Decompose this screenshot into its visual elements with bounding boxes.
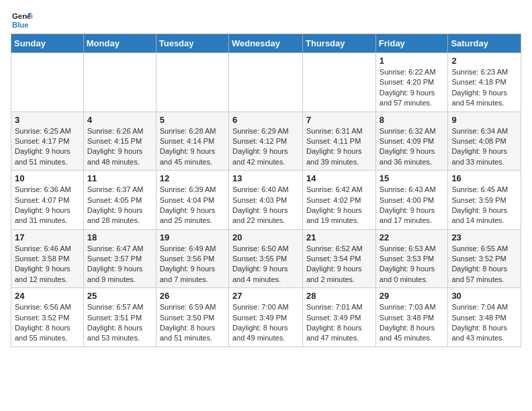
calendar-cell [303,53,376,112]
calendar-cell: 26Sunrise: 6:59 AM Sunset: 3:50 PM Dayli… [156,288,228,347]
day-number: 23 [451,232,517,242]
day-info: Sunrise: 6:29 AM Sunset: 4:12 PM Dayligh… [232,126,299,168]
day-info: Sunrise: 6:37 AM Sunset: 4:05 PM Dayligh… [87,185,152,226]
day-number: 7 [306,115,372,125]
calendar-cell: 10Sunrise: 6:36 AM Sunset: 4:07 PM Dayli… [11,171,84,230]
calendar-cell: 30Sunrise: 7:04 AM Sunset: 3:48 PM Dayli… [448,288,521,347]
calendar-header-saturday: Saturday [448,34,521,53]
day-info: Sunrise: 7:00 AM Sunset: 3:49 PM Dayligh… [232,302,299,344]
day-number: 20 [232,232,299,242]
day-info: Sunrise: 6:55 AM Sunset: 3:52 PM Dayligh… [451,244,517,285]
day-info: Sunrise: 6:52 AM Sunset: 3:54 PM Dayligh… [306,244,372,285]
calendar-header-thursday: Thursday [303,34,376,53]
day-number: 29 [380,291,445,301]
calendar-cell: 14Sunrise: 6:42 AM Sunset: 4:02 PM Dayli… [303,171,376,230]
day-info: Sunrise: 6:56 AM Sunset: 3:52 PM Dayligh… [15,302,80,344]
calendar-cell: 1Sunrise: 6:22 AM Sunset: 4:20 PM Daylig… [375,53,448,112]
calendar-cell [156,53,228,112]
day-info: Sunrise: 7:01 AM Sunset: 3:49 PM Dayligh… [306,302,372,344]
day-info: Sunrise: 6:59 AM Sunset: 3:50 PM Dayligh… [160,302,225,344]
calendar-header-tuesday: Tuesday [156,34,228,53]
calendar-cell: 12Sunrise: 6:39 AM Sunset: 4:04 PM Dayli… [156,171,228,230]
day-number: 17 [15,232,80,242]
day-info: Sunrise: 6:43 AM Sunset: 4:00 PM Dayligh… [380,185,445,226]
calendar-cell: 16Sunrise: 6:45 AM Sunset: 3:59 PM Dayli… [448,171,521,230]
calendar-cell: 5Sunrise: 6:28 AM Sunset: 4:14 PM Daylig… [156,111,228,171]
day-number: 14 [306,173,372,183]
calendar-cell: 29Sunrise: 7:03 AM Sunset: 3:48 PM Dayli… [375,288,448,347]
day-info: Sunrise: 6:45 AM Sunset: 3:59 PM Dayligh… [451,185,517,226]
day-number: 19 [160,232,225,242]
day-number: 11 [87,173,152,183]
day-info: Sunrise: 6:40 AM Sunset: 4:03 PM Dayligh… [232,185,299,226]
calendar-cell: 13Sunrise: 6:40 AM Sunset: 4:03 PM Dayli… [228,171,302,230]
calendar-cell: 15Sunrise: 6:43 AM Sunset: 4:00 PM Dayli… [375,171,448,230]
day-number: 5 [160,115,225,125]
calendar-cell: 18Sunrise: 6:47 AM Sunset: 3:57 PM Dayli… [83,229,156,288]
calendar-cell: 19Sunrise: 6:49 AM Sunset: 3:56 PM Dayli… [156,229,228,288]
logo-icon: General Blue [11,11,32,30]
day-info: Sunrise: 6:22 AM Sunset: 4:20 PM Dayligh… [380,67,445,109]
calendar-cell [228,53,302,112]
day-info: Sunrise: 6:26 AM Sunset: 4:15 PM Dayligh… [87,126,152,168]
calendar-cell: 28Sunrise: 7:01 AM Sunset: 3:49 PM Dayli… [303,288,376,347]
day-info: Sunrise: 6:42 AM Sunset: 4:02 PM Dayligh… [306,185,372,226]
calendar-cell: 6Sunrise: 6:29 AM Sunset: 4:12 PM Daylig… [228,111,302,171]
day-info: Sunrise: 6:39 AM Sunset: 4:04 PM Dayligh… [160,185,225,226]
calendar-week-4: 17Sunrise: 6:46 AM Sunset: 3:58 PM Dayli… [11,229,521,288]
day-info: Sunrise: 6:28 AM Sunset: 4:14 PM Dayligh… [160,126,225,168]
day-number: 18 [87,232,152,242]
calendar-cell: 3Sunrise: 6:25 AM Sunset: 4:17 PM Daylig… [11,111,84,171]
day-info: Sunrise: 7:04 AM Sunset: 3:48 PM Dayligh… [451,302,517,344]
calendar-header-sunday: Sunday [11,34,84,53]
day-number: 21 [306,232,372,242]
day-info: Sunrise: 6:47 AM Sunset: 3:57 PM Dayligh… [87,244,152,285]
calendar-table: SundayMondayTuesdayWednesdayThursdayFrid… [11,34,521,347]
calendar-cell: 20Sunrise: 6:50 AM Sunset: 3:55 PM Dayli… [228,229,302,288]
day-number: 24 [15,291,80,301]
calendar-header-monday: Monday [83,34,156,53]
day-info: Sunrise: 6:36 AM Sunset: 4:07 PM Dayligh… [15,185,80,226]
calendar-cell: 9Sunrise: 6:34 AM Sunset: 4:08 PM Daylig… [448,111,521,171]
day-number: 13 [232,173,299,183]
calendar-week-1: 1Sunrise: 6:22 AM Sunset: 4:20 PM Daylig… [11,53,521,112]
calendar-cell: 22Sunrise: 6:53 AM Sunset: 3:53 PM Dayli… [375,229,448,288]
day-number: 30 [451,291,517,301]
day-number: 8 [380,115,445,125]
day-info: Sunrise: 6:23 AM Sunset: 4:18 PM Dayligh… [451,67,517,109]
calendar-week-5: 24Sunrise: 6:56 AM Sunset: 3:52 PM Dayli… [11,288,521,347]
day-number: 22 [380,232,445,242]
calendar-cell [11,53,84,112]
day-info: Sunrise: 6:34 AM Sunset: 4:08 PM Dayligh… [451,126,517,168]
calendar-cell: 27Sunrise: 7:00 AM Sunset: 3:49 PM Dayli… [228,288,302,347]
calendar-cell: 8Sunrise: 6:32 AM Sunset: 4:09 PM Daylig… [375,111,448,171]
day-info: Sunrise: 6:32 AM Sunset: 4:09 PM Dayligh… [380,126,445,168]
calendar-cell [83,53,156,112]
day-number: 4 [87,115,152,125]
calendar-cell: 2Sunrise: 6:23 AM Sunset: 4:18 PM Daylig… [448,53,521,112]
day-number: 25 [87,291,152,301]
calendar-week-2: 3Sunrise: 6:25 AM Sunset: 4:17 PM Daylig… [11,111,521,171]
day-number: 10 [15,173,80,183]
calendar-cell: 7Sunrise: 6:31 AM Sunset: 4:11 PM Daylig… [303,111,376,171]
day-info: Sunrise: 7:03 AM Sunset: 3:48 PM Dayligh… [380,302,445,344]
day-number: 26 [160,291,225,301]
day-info: Sunrise: 6:49 AM Sunset: 3:56 PM Dayligh… [160,244,225,285]
day-number: 9 [451,115,517,125]
day-number: 12 [160,173,225,183]
svg-text:Blue: Blue [12,21,29,29]
logo: General Blue [11,11,32,30]
calendar-cell: 4Sunrise: 6:26 AM Sunset: 4:15 PM Daylig… [83,111,156,171]
page-header: General Blue [11,11,521,30]
day-number: 16 [451,173,517,183]
day-info: Sunrise: 6:57 AM Sunset: 3:51 PM Dayligh… [87,302,152,344]
calendar-week-3: 10Sunrise: 6:36 AM Sunset: 4:07 PM Dayli… [11,171,521,230]
day-number: 2 [451,56,517,66]
day-number: 1 [380,56,445,66]
day-info: Sunrise: 6:53 AM Sunset: 3:53 PM Dayligh… [380,244,445,285]
calendar-cell: 17Sunrise: 6:46 AM Sunset: 3:58 PM Dayli… [11,229,84,288]
calendar-header-wednesday: Wednesday [228,34,302,53]
calendar-cell: 11Sunrise: 6:37 AM Sunset: 4:05 PM Dayli… [83,171,156,230]
day-number: 6 [232,115,299,125]
calendar-header-friday: Friday [375,34,448,53]
